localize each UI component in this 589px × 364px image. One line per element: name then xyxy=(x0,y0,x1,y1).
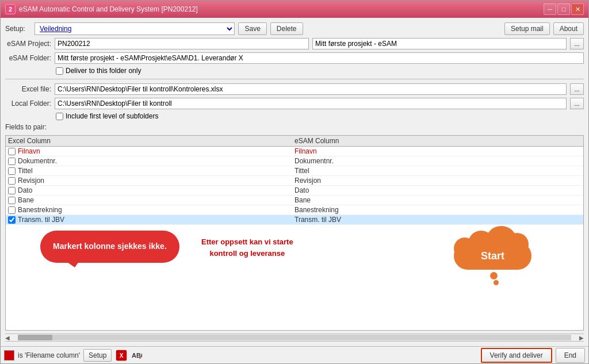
esam-cell: Filnavn xyxy=(294,147,581,155)
excel-icon: X xyxy=(115,349,128,362)
save-button[interactable]: Save xyxy=(238,22,266,35)
end-button[interactable]: End xyxy=(556,348,585,363)
cloud-tail1 xyxy=(490,272,498,279)
cloud-container: Start xyxy=(451,231,537,282)
deliver-checkbox[interactable] xyxy=(56,67,63,75)
project-row: eSAM Project: ... xyxy=(5,38,584,49)
local-folder-field[interactable] xyxy=(55,98,567,109)
window-title: eSAM Automatic Control and Delivery Syst… xyxy=(19,5,198,13)
include-subfolders-row: Include first level of subfolders xyxy=(56,112,584,120)
esam-folder-field[interactable] xyxy=(55,52,584,64)
speech-bubble: Markert kolonne sjekkes ikke. xyxy=(40,231,179,263)
fields-table: Excel Column eSAM Column Filnavn Filnavn… xyxy=(5,135,584,331)
excel-cell: Dato xyxy=(8,186,294,194)
table-row: Bane Bane xyxy=(6,196,583,205)
esam-project-id-field[interactable] xyxy=(55,38,309,49)
about-button[interactable]: About xyxy=(553,22,584,35)
row-checkbox-4[interactable] xyxy=(8,187,16,194)
delete-button[interactable]: Delete xyxy=(270,22,303,35)
cloud-tail2 xyxy=(494,280,499,285)
svg-text:X: X xyxy=(120,352,124,359)
row-checkbox-5[interactable] xyxy=(8,197,16,204)
esam-cell: Bane xyxy=(294,196,581,204)
excel-cell: Dokumentnr. xyxy=(8,157,294,165)
toolbar-row: Setup: Veiledning Save Delete Setup mail… xyxy=(5,22,584,35)
fields-table-header: Excel Column eSAM Column xyxy=(6,136,583,147)
setup-combo[interactable]: Veiledning xyxy=(35,22,235,35)
esam-project-label: eSAM Project: xyxy=(5,40,51,48)
annotation-line2: kontroll og leveranse xyxy=(201,248,293,259)
scrollbar-track[interactable] xyxy=(18,335,571,340)
table-row: Dato Dato xyxy=(6,186,583,196)
status-color-box xyxy=(4,350,14,361)
excel-cell: Tittel xyxy=(8,167,294,175)
esam-folder-row: eSAM Folder: xyxy=(5,52,584,64)
excel-file-browse-button[interactable]: ... xyxy=(570,83,584,95)
scroll-right-btn[interactable]: ▶ xyxy=(579,335,584,341)
local-folder-label: Local Folder: xyxy=(5,99,51,108)
esam-column-header: eSAM Column xyxy=(294,137,581,145)
deliver-checkbox-row: Deliver to this folder only xyxy=(56,67,584,75)
esam-cell: Dato xyxy=(294,186,581,194)
excel-file-label: Excel file: xyxy=(5,85,51,93)
local-folder-row: Local Folder: ... xyxy=(5,98,584,109)
table-row: Tittel Tittel xyxy=(6,166,583,176)
row-checkbox-7[interactable] xyxy=(8,216,16,224)
esam-cell: Banestrekning xyxy=(294,206,581,214)
row-checkbox-6[interactable] xyxy=(8,206,16,214)
verify-and-deliver-button[interactable]: Verify and deliver xyxy=(481,348,552,363)
setup-mail-button[interactable]: Setup mail xyxy=(504,22,550,35)
table-row: Transm. til JBV Transm. til JBV xyxy=(6,215,583,225)
title-bar: 2 eSAM Automatic Control and Delivery Sy… xyxy=(1,1,588,18)
scrollbar-thumb[interactable] xyxy=(18,335,52,340)
excel-file-row: Excel file: ... xyxy=(5,83,584,95)
esam-folder-label: eSAM Folder: xyxy=(5,54,51,62)
bubble-text: Markert kolonne sjekkes ikke. xyxy=(53,242,167,251)
excel-cell: Bane xyxy=(8,196,294,204)
include-subfolders-checkbox[interactable] xyxy=(56,113,63,120)
annotation-line1: Etter oppsett kan vi starte xyxy=(201,236,293,248)
status-icons: X ABC ✓ xyxy=(115,349,143,362)
close-button[interactable]: ✕ xyxy=(571,3,584,15)
row-checkbox-0[interactable] xyxy=(8,148,16,155)
title-bar-left: 2 eSAM Automatic Control and Delivery Sy… xyxy=(5,4,198,14)
row-checkbox-3[interactable] xyxy=(8,177,16,185)
esam-cell: Tittel xyxy=(294,167,581,175)
row-checkbox-2[interactable] xyxy=(8,167,16,175)
main-content: Setup: Veiledning Save Delete Setup mail… xyxy=(1,18,588,346)
local-folder-browse-button[interactable]: ... xyxy=(570,98,584,109)
horizontal-scrollbar[interactable]: ◀ ▶ xyxy=(5,334,584,342)
excel-file-field[interactable] xyxy=(55,83,567,95)
restore-button[interactable]: □ xyxy=(557,3,570,15)
status-text: is 'Filename column' xyxy=(18,351,80,359)
scroll-left-btn[interactable]: ◀ xyxy=(5,335,10,341)
include-subfolders-label: Include first level of subfolders xyxy=(66,112,158,120)
esam-project-name-field[interactable] xyxy=(312,38,567,49)
esam-cell: Revisjon xyxy=(294,177,581,185)
main-window: 2 eSAM Automatic Control and Delivery Sy… xyxy=(0,0,589,364)
annotation-area: Markert kolonne sjekkes ikke. Etter opps… xyxy=(6,225,583,294)
title-bar-controls: ─ □ ✕ xyxy=(544,3,584,15)
cloud-text: Start xyxy=(481,250,504,262)
row-checkbox-1[interactable] xyxy=(8,158,16,165)
spell-check-icon: ABC ✓ xyxy=(130,349,143,362)
cloud-body: Start xyxy=(454,242,531,270)
excel-column-header: Excel Column xyxy=(8,137,294,145)
esam-cell: Dokumentnr. xyxy=(294,157,581,165)
excel-cell: Filnavn xyxy=(8,147,294,155)
app-icon: 2 xyxy=(5,4,16,14)
deliver-label: Deliver to this folder only xyxy=(66,67,141,75)
esam-cell: Transm. til JBV xyxy=(294,216,581,224)
excel-cell: Banestrekning xyxy=(8,206,294,214)
excel-cell: Revisjon xyxy=(8,177,294,185)
excel-cell: Transm. til JBV xyxy=(8,216,294,224)
minimize-button[interactable]: ─ xyxy=(544,3,556,15)
status-bar: is 'Filename column' Setup X ABC ✓ Verif… xyxy=(1,346,588,363)
annotation-text: Etter oppsett kan vi starte kontroll og … xyxy=(201,236,293,259)
table-row: Revisjon Revisjon xyxy=(6,176,583,186)
fields-to-pair-label: Fields to pair: xyxy=(5,123,584,131)
setup-button[interactable]: Setup xyxy=(83,349,112,362)
table-row: Filnavn Filnavn xyxy=(6,147,583,156)
svg-text:✓: ✓ xyxy=(139,355,142,361)
esam-project-browse-button[interactable]: ... xyxy=(570,38,584,49)
